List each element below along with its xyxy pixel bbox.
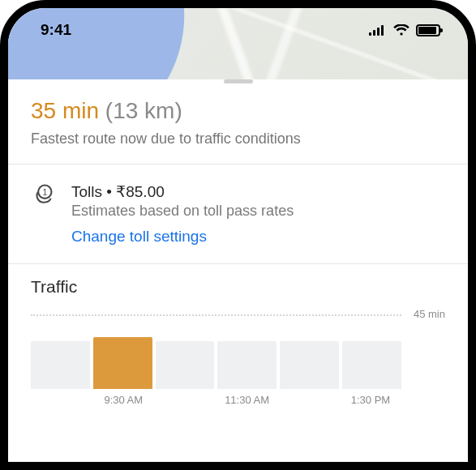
route-header: 35 min (13 km) Fastest route now due to …: [8, 83, 468, 164]
chart-bar[interactable]: [93, 337, 152, 389]
svg-text:1: 1: [42, 187, 47, 197]
chart-bar[interactable]: [280, 341, 339, 389]
toll-row: 1 Tolls • ₹85.00 Estimates based on toll…: [8, 164, 468, 263]
traffic-section: Traffic 45 min 9:30 AM11:30 AM1:30 PM: [8, 264, 468, 414]
map-preview[interactable]: 9:41: [8, 8, 468, 79]
svg-rect-3: [381, 25, 384, 36]
svg-rect-2: [377, 28, 380, 36]
wifi-icon: [393, 24, 410, 36]
chart-x-tick: [154, 394, 216, 406]
chart-x-tick: 1:30 PM: [340, 394, 401, 406]
status-bar: 9:41: [8, 8, 468, 47]
chart-bar[interactable]: [31, 341, 90, 389]
chart-bar[interactable]: [217, 341, 277, 389]
toll-coin-icon: 1: [31, 182, 55, 246]
toll-text: Tolls • ₹85.00 Estimates based on toll p…: [71, 182, 445, 246]
chart-gridline: [31, 314, 401, 316]
route-summary: 35 min (13 km): [31, 98, 445, 124]
chart-bars: [31, 314, 445, 389]
device-frame: 9:41 35 min (13 km) Fastest route now du…: [0, 0, 476, 470]
chart-x-tick: 11:30 AM: [217, 394, 278, 406]
traffic-title: Traffic: [31, 277, 445, 297]
change-toll-settings-link[interactable]: Change toll settings: [71, 228, 207, 246]
svg-rect-1: [373, 30, 375, 36]
svg-rect-0: [369, 32, 371, 36]
route-sheet[interactable]: 35 min (13 km) Fastest route now due to …: [8, 79, 468, 414]
route-distance: (13 km): [105, 98, 182, 123]
status-indicators: [369, 24, 440, 36]
chart-bar[interactable]: [342, 341, 401, 389]
chart-x-axis: 9:30 AM11:30 AM1:30 PM: [31, 394, 445, 406]
route-duration: 35 min: [31, 98, 99, 123]
chart-bar[interactable]: [156, 341, 215, 389]
chart-x-tick: [31, 394, 92, 406]
cellular-signal-icon: [369, 24, 387, 36]
status-time: 9:41: [41, 21, 71, 39]
route-subtitle: Fastest route now due to traffic conditi…: [31, 130, 445, 147]
toll-title: Tolls • ₹85.00: [71, 182, 445, 201]
battery-icon: [416, 24, 440, 36]
traffic-chart: 45 min 9:30 AM11:30 AM1:30 PM: [31, 314, 445, 406]
toll-subtitle: Estimates based on toll pass rates: [71, 203, 445, 220]
chart-x-tick: 9:30 AM: [92, 394, 154, 406]
chart-x-tick: [278, 394, 340, 406]
chart-grid-label: 45 min: [414, 308, 445, 320]
